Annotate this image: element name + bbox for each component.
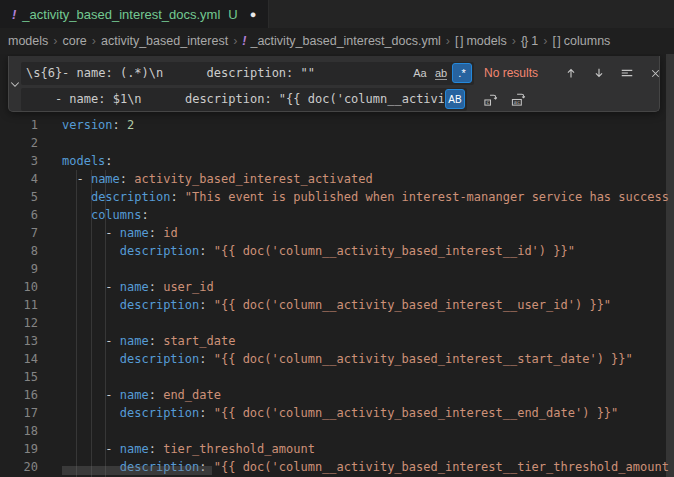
next-match-button[interactable]	[588, 62, 610, 84]
breadcrumb-separator-icon: ›	[53, 34, 57, 48]
array-symbol-icon: [ ]	[455, 34, 462, 48]
code-line[interactable]: 3models:	[0, 152, 674, 170]
find-results-status: No results	[484, 66, 554, 80]
breadcrumb-item[interactable]: [ ]models	[455, 34, 507, 48]
line-number: 16	[0, 386, 48, 404]
line-number: 18	[0, 422, 48, 440]
code-line[interactable]: 14 description: "{{ doc('column__activit…	[0, 350, 674, 368]
code-line[interactable]: 11 description: "{{ doc('column__activit…	[0, 296, 674, 314]
breadcrumb-label: columns	[564, 34, 611, 48]
line-number: 19	[0, 440, 48, 458]
close-icon[interactable]	[644, 62, 666, 84]
code-line[interactable]: 7 - name: id	[0, 224, 674, 242]
horizontal-scrollbar[interactable]	[62, 466, 212, 475]
find-input[interactable]: \s{6}- name: (.*)\n description: "" Aa a…	[21, 62, 474, 85]
code-line[interactable]: 18	[0, 422, 674, 440]
breadcrumb-item[interactable]: core	[62, 34, 86, 48]
tab-filename: _activity_based_interest_docs.yml	[22, 7, 220, 22]
breadcrumb-label: models	[8, 34, 48, 48]
line-text	[48, 422, 62, 440]
code-line[interactable]: 17 description: "{{ doc('column__activit…	[0, 404, 674, 422]
tab-active-file[interactable]: ! _activity_based_interest_docs.yml U ●	[0, 0, 269, 28]
line-text: - name: tier_threshold_amount	[48, 440, 315, 458]
line-text: version: 2	[48, 116, 134, 134]
line-number: 7	[0, 224, 48, 242]
code-line[interactable]: 15	[0, 368, 674, 386]
breadcrumb-item[interactable]: !_activity_based_interest_docs.yml	[242, 34, 441, 48]
line-number: 11	[0, 296, 48, 314]
whole-word-button[interactable]: ab	[431, 63, 451, 83]
tab-bar: ! _activity_based_interest_docs.yml U ●	[0, 0, 674, 28]
line-number: 3	[0, 152, 48, 170]
breadcrumb-item[interactable]: [ ]columns	[552, 34, 610, 48]
code-line[interactable]: 13 - name: start_date	[0, 332, 674, 350]
line-number: 2	[0, 134, 48, 152]
find-replace-widget: \s{6}- name: (.*)\n description: "" Aa a…	[8, 56, 660, 112]
array-symbol-icon: [ ]	[552, 34, 559, 48]
code-line[interactable]: 8 description: "{{ doc('column__activity…	[0, 242, 674, 260]
find-in-selection-icon[interactable]	[616, 62, 638, 84]
breadcrumb-label: 1	[531, 34, 538, 48]
regex-button[interactable]: .*	[452, 63, 472, 83]
line-text: description: "This event is published wh…	[48, 188, 669, 206]
line-text: - name: start_date	[48, 332, 235, 350]
replace-all-button[interactable]: ac	[507, 88, 529, 110]
code-line[interactable]: 16 - name: end_date	[0, 386, 674, 404]
breadcrumb-separator-icon: ›	[446, 34, 450, 48]
code-line[interactable]: 9	[0, 260, 674, 278]
line-text: description: "{{ doc('column__activity_b…	[48, 296, 611, 314]
toggle-replace-chevron-down-icon[interactable]	[9, 56, 21, 111]
previous-match-button[interactable]	[560, 62, 582, 84]
svg-text:ac: ac	[513, 99, 519, 105]
match-case-button[interactable]: Aa	[410, 63, 430, 83]
line-text: - name: end_date	[48, 386, 221, 404]
code-editor[interactable]: 1version: 223models:4 - name: activity_b…	[0, 54, 674, 477]
code-line[interactable]: 10 - name: user_id	[0, 278, 674, 296]
code-line[interactable]: 1version: 2	[0, 116, 674, 134]
find-row: \s{6}- name: (.*)\n description: "" Aa a…	[21, 61, 666, 85]
replace-input[interactable]: - name: $1\n description: "{{ doc('colum…	[21, 88, 467, 111]
code-line[interactable]: 12	[0, 314, 674, 332]
line-number: 9	[0, 260, 48, 278]
replace-row: - name: $1\n description: "{{ doc('colum…	[21, 87, 666, 111]
line-number: 13	[0, 332, 48, 350]
breadcrumb-label: _activity_based_interest_docs.yml	[250, 34, 440, 48]
svg-text:c: c	[486, 99, 489, 105]
line-text: columns:	[48, 206, 149, 224]
line-text: - name: activity_based_interest_activate…	[48, 170, 373, 188]
breadcrumb-label: activity_based_interest	[101, 34, 228, 48]
line-number: 4	[0, 170, 48, 188]
breadcrumb-item[interactable]: activity_based_interest	[101, 34, 228, 48]
line-number: 17	[0, 404, 48, 422]
code-line[interactable]: 5 description: "This event is published …	[0, 188, 674, 206]
breadcrumb-label: core	[62, 34, 86, 48]
breadcrumb: models›core›activity_based_interest›!_ac…	[0, 28, 674, 54]
git-status-badge: U	[228, 7, 237, 22]
line-text	[48, 260, 62, 278]
breadcrumb-separator-icon: ›	[92, 34, 96, 48]
code-line[interactable]: 19 - name: tier_threshold_amount	[0, 440, 674, 458]
code-line[interactable]: 6 columns:	[0, 206, 674, 224]
code-lines: 1version: 223models:4 - name: activity_b…	[0, 116, 674, 476]
line-number: 14	[0, 350, 48, 368]
vertical-scrollbar[interactable]	[666, 54, 674, 477]
line-number: 8	[0, 242, 48, 260]
code-line[interactable]: 4 - name: activity_based_interest_activa…	[0, 170, 674, 188]
warning-icon: !	[12, 7, 16, 22]
modified-dot-icon[interactable]: ●	[250, 8, 257, 20]
vscode-window: ! _activity_based_interest_docs.yml U ● …	[0, 0, 674, 477]
code-line[interactable]: 2	[0, 134, 674, 152]
line-text: description: "{{ doc('column__activity_b…	[48, 242, 575, 260]
breadcrumb-item[interactable]: {}1	[521, 34, 538, 48]
breadcrumb-label: models	[466, 34, 506, 48]
preserve-case-button[interactable]: AB	[445, 89, 465, 109]
line-number: 1	[0, 116, 48, 134]
breadcrumb-item[interactable]: models	[8, 34, 48, 48]
line-text: description: "{{ doc('column__activity_b…	[48, 350, 633, 368]
breadcrumb-separator-icon: ›	[543, 34, 547, 48]
line-text	[48, 134, 62, 152]
replace-button[interactable]: c	[479, 88, 501, 110]
line-number: 15	[0, 368, 48, 386]
warning-icon: !	[242, 34, 246, 48]
breadcrumb-separator-icon: ›	[233, 34, 237, 48]
